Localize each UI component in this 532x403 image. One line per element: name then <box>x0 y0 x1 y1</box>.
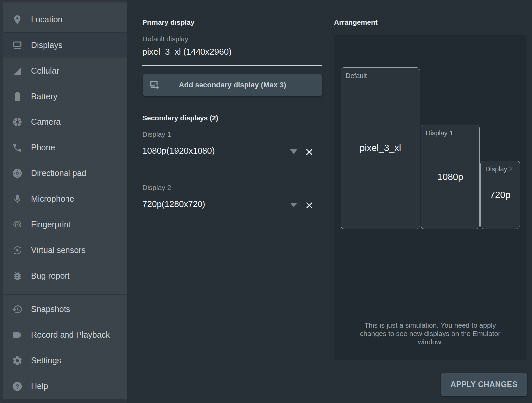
phone-icon <box>12 142 23 153</box>
sidebar-item-record-playback[interactable]: Record and Playback <box>0 322 127 348</box>
add-display-icon <box>149 79 160 91</box>
arrangement-box-display-1[interactable]: Display 1 1080p <box>421 125 480 229</box>
sidebar-item-settings[interactable]: Settings <box>0 348 127 373</box>
fingerprint-icon <box>12 219 23 230</box>
cellular-signal-icon <box>12 66 23 76</box>
virtual-sensors-icon <box>12 245 23 256</box>
sidebar-item-label: Snapshots <box>31 304 70 314</box>
add-secondary-display-label: Add secondary display (Max 3) <box>179 81 286 89</box>
sidebar: Location Displays Cellular Battery <box>0 0 127 403</box>
sidebar-item-label: Microphone <box>31 194 74 204</box>
battery-icon <box>12 91 23 102</box>
display-2-label: Display 2 <box>142 184 171 192</box>
display-1-label: Display 1 <box>142 130 171 138</box>
camera-shutter-icon <box>12 117 23 127</box>
sidebar-left-edge <box>0 0 3 403</box>
arrangement-box-default-name: pixel_3_xl <box>341 68 420 229</box>
sidebar-nav: Location Displays Cellular Battery <box>0 7 127 399</box>
sidebar-item-bug-report[interactable]: Bug report <box>0 263 127 289</box>
arrangement-box-display-2-name: 720p <box>481 161 520 229</box>
display-1-underline <box>142 161 299 161</box>
display-2-dropdown-arrow-icon[interactable] <box>290 203 297 207</box>
sidebar-item-label: Phone <box>31 143 55 152</box>
display-2-resolution-select[interactable]: 720p(1280x720) <box>142 199 205 209</box>
sidebar-item-microphone[interactable]: Microphone <box>0 186 127 212</box>
sidebar-item-battery[interactable]: Battery <box>0 84 127 109</box>
help-icon: ? <box>12 381 23 392</box>
default-display-underline <box>142 65 322 66</box>
sidebar-item-label: Bug report <box>31 271 70 281</box>
sidebar-item-label: Camera <box>31 117 61 127</box>
sidebar-divider <box>0 294 127 295</box>
sidebar-item-snapshots[interactable]: Snapshots <box>0 297 127 322</box>
sidebar-item-label: Virtual sensors <box>31 245 86 255</box>
display-2-underline <box>142 214 299 214</box>
apply-changes-label: APPLY CHANGES <box>450 380 517 389</box>
microphone-icon <box>12 194 23 204</box>
sidebar-item-fingerprint[interactable]: Fingerprint <box>0 212 127 237</box>
sidebar-item-label: Record and Playback <box>31 330 110 340</box>
add-secondary-display-button[interactable]: Add secondary display (Max 3) <box>143 74 322 96</box>
arrangement-box-display-2[interactable]: Display 2 720p <box>480 161 520 229</box>
secondary-displays-section-title: Secondary displays (2) <box>142 114 218 122</box>
sidebar-item-virtual-sensors[interactable]: Virtual sensors <box>0 237 127 263</box>
display-1-resolution-select[interactable]: 1080p(1920x1080) <box>142 146 215 156</box>
sidebar-item-location[interactable]: Location <box>0 7 127 32</box>
sidebar-item-label: Help <box>31 381 48 391</box>
sidebar-item-label: Battery <box>31 92 57 101</box>
sidebar-item-label: Settings <box>31 356 61 365</box>
displays-icon <box>12 40 23 51</box>
videocam-icon <box>12 330 23 340</box>
sidebar-item-help[interactable]: ? Help <box>0 373 127 399</box>
sidebar-bottom-strip <box>0 399 127 403</box>
sidebar-item-directional-pad[interactable]: Directional pad <box>0 160 127 186</box>
default-display-label: Default display <box>142 35 188 43</box>
simulation-note: This is just a simulation. You need to a… <box>352 321 508 346</box>
display-1-remove-button[interactable] <box>305 148 314 156</box>
arrangement-box-default[interactable]: Default pixel_3_xl <box>341 67 420 229</box>
dpad-icon <box>12 168 23 179</box>
arrangement-box-display-1-name: 1080p <box>421 125 479 229</box>
sidebar-item-label: Directional pad <box>31 168 86 178</box>
sidebar-item-camera[interactable]: Camera <box>0 109 127 135</box>
sidebar-item-label: Fingerprint <box>31 220 71 229</box>
sidebar-item-cellular[interactable]: Cellular <box>0 58 127 84</box>
sidebar-item-displays[interactable]: Displays <box>0 32 127 58</box>
gear-icon <box>12 355 23 366</box>
sidebar-item-label: Displays <box>31 40 62 50</box>
sidebar-item-label: Cellular <box>31 66 59 76</box>
display-2-remove-button[interactable] <box>305 201 314 210</box>
svg-text:?: ? <box>15 383 19 390</box>
bug-icon <box>12 271 23 281</box>
sidebar-item-label: Location <box>31 15 63 24</box>
display-1-dropdown-arrow-icon[interactable] <box>290 149 297 154</box>
history-icon <box>12 304 23 315</box>
apply-changes-button[interactable]: APPLY CHANGES <box>441 373 527 396</box>
primary-display-section-title: Primary display <box>142 18 194 26</box>
default-display-value: pixel_3_xl (1440x2960) <box>142 47 232 57</box>
arrangement-section-title: Arrangement <box>334 18 378 26</box>
location-pin-icon <box>12 14 23 25</box>
sidebar-item-phone[interactable]: Phone <box>0 135 127 160</box>
